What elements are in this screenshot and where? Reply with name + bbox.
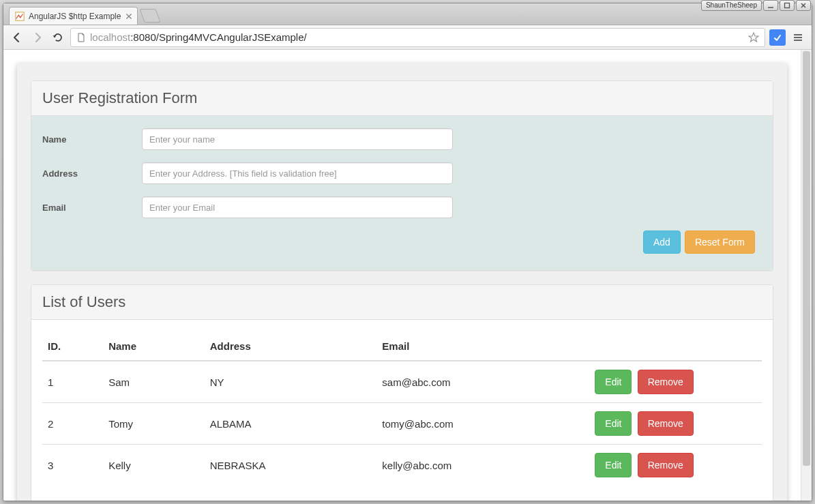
url-text: localhost:8080/Spring4MVCAngularJSExampl…: [90, 31, 307, 43]
reset-form-button[interactable]: Reset Form: [685, 231, 755, 254]
cell-email: tomy@abc.com: [376, 403, 589, 445]
browser-window: AngularJS $http Example localhost:8080/S…: [3, 3, 812, 501]
remove-button[interactable]: Remove: [638, 411, 694, 436]
name-input[interactable]: [142, 128, 453, 150]
svg-rect-1: [785, 3, 790, 8]
url-path: :8080/Spring4MVCAngularJSExample/: [130, 31, 306, 43]
edit-button[interactable]: Edit: [595, 411, 632, 436]
cell-actions: Edit Remove: [589, 445, 762, 486]
email-label: Email: [42, 203, 142, 213]
browser-tab-title: AngularJS $http Example: [29, 12, 121, 21]
url-host: localhost: [90, 31, 130, 43]
os-username-badge: ShaunTheSheep: [701, 0, 762, 11]
svg-marker-7: [53, 35, 57, 38]
cell-email: sam@abc.com: [376, 361, 589, 403]
cell-id: 1: [42, 361, 103, 403]
name-label: Name: [42, 134, 142, 145]
users-list-heading: List of Users: [31, 285, 773, 320]
browser-toolbar: localhost:8080/Spring4MVCAngularJSExampl…: [3, 25, 812, 50]
cell-name: Sam: [103, 361, 205, 403]
address-input[interactable]: [142, 162, 453, 184]
window-minimize-button[interactable]: [763, 0, 778, 11]
address-bar[interactable]: localhost:8080/Spring4MVCAngularJSExampl…: [70, 28, 765, 47]
column-header-address: Address: [205, 332, 377, 361]
cell-name: Tomy: [103, 403, 205, 445]
cell-address: ALBAMA: [205, 403, 377, 445]
edit-button[interactable]: Edit: [595, 453, 632, 477]
registration-form-heading: User Registration Form: [31, 81, 773, 116]
favicon-icon: [15, 12, 25, 21]
forward-button[interactable]: [29, 29, 46, 46]
table-row: 1 Sam NY sam@abc.com Edit Remove: [42, 361, 762, 403]
add-button[interactable]: Add: [643, 231, 681, 254]
cell-email: kelly@abc.com: [376, 445, 589, 486]
users-list-panel: List of Users ID. Name Address Email: [31, 284, 773, 501]
registration-form-panel: User Registration Form Name Address Emai…: [31, 80, 773, 271]
column-header-id: ID.: [42, 332, 103, 361]
page-icon: [76, 33, 86, 42]
svg-marker-8: [749, 33, 758, 42]
bookmark-star-icon[interactable]: [748, 32, 759, 43]
tab-close-icon[interactable]: [125, 12, 133, 20]
cell-actions: Edit Remove: [589, 403, 762, 445]
browser-menu-button[interactable]: [790, 29, 806, 46]
new-tab-button[interactable]: [140, 9, 161, 23]
cell-actions: Edit Remove: [589, 361, 762, 403]
table-row: 2 Tomy ALBAMA tomy@abc.com Edit Remove: [42, 403, 762, 445]
column-header-actions: [589, 332, 762, 361]
browser-viewport: User Registration Form Name Address Emai…: [3, 50, 812, 501]
window-maximize-button[interactable]: [780, 0, 795, 11]
address-label: Address: [42, 168, 142, 179]
remove-button[interactable]: Remove: [638, 370, 694, 394]
window-close-button[interactable]: [796, 0, 811, 11]
cell-address: NY: [205, 361, 377, 403]
cell-id: 3: [42, 445, 103, 486]
users-table: ID. Name Address Email 1 Sam NY sam@abc.…: [42, 332, 762, 486]
edit-button[interactable]: Edit: [595, 370, 632, 394]
column-header-email: Email: [376, 332, 589, 361]
back-button[interactable]: [9, 29, 25, 46]
cell-address: NEBRASKA: [205, 445, 377, 486]
vertical-scrollbar[interactable]: [801, 50, 812, 501]
cell-id: 2: [42, 403, 103, 445]
extension-button[interactable]: [769, 29, 786, 46]
browser-tab-active[interactable]: AngularJS $http Example: [9, 7, 138, 25]
remove-button[interactable]: Remove: [638, 453, 694, 477]
cell-name: Kelly: [103, 445, 205, 486]
table-row: 3 Kelly NEBRASKA kelly@abc.com Edit Remo…: [42, 445, 762, 486]
reload-button[interactable]: [50, 29, 66, 46]
email-input[interactable]: [142, 196, 453, 218]
scrollbar-thumb[interactable]: [803, 51, 810, 466]
browser-tabstrip: AngularJS $http Example: [3, 3, 812, 25]
column-header-name: Name: [103, 332, 205, 361]
